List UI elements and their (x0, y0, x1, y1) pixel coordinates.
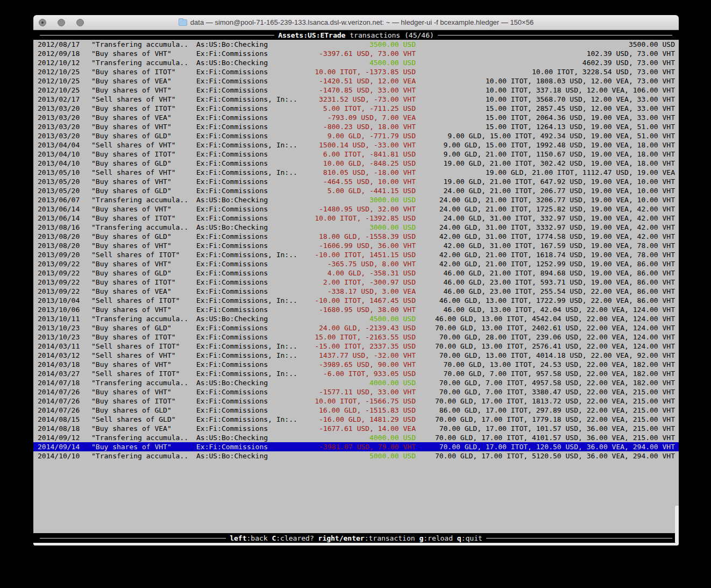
transaction-row[interactable]: 2013/03/20 "Buy shares of ITOT" Ex:Fi:Co… (33, 104, 679, 113)
running-balance: 15.00 ITOT, 2857.45 USD, 12.00 VEA, 33.0… (416, 104, 675, 113)
transaction-row[interactable]: 2013/10/23 "Buy shares of ITOT" Ex:Fi:Co… (33, 332, 679, 342)
transaction-row[interactable]: 2013/10/11 "Transfering accumula.. As:US… (33, 314, 679, 323)
transaction-row[interactable]: 2012/08/17 "Transfering accumula.. As:US… (33, 40, 679, 49)
transaction-description: "Transfering accumula.. (91, 195, 196, 204)
transaction-other-account: Ex:Fi:Commissions (196, 232, 309, 241)
transaction-row[interactable]: 2014/03/27 "Sell shares of ITOT" Ex:Fi:C… (33, 369, 679, 378)
running-balance: 9.00 GLD, 21.00 ITOT, 1150.67 USD, 19.00… (416, 150, 675, 159)
running-balance: 70.00 GLD, 28.00 ITOT, 239.06 USD, 22.00… (416, 332, 675, 342)
transaction-date: 2014/09/14 (38, 442, 91, 451)
transaction-row[interactable]: 2013/04/04 "Sell shares of VHT" Ex:Fi:Co… (33, 140, 679, 150)
transaction-other-account: Ex:Fi:Commissions (196, 186, 309, 195)
transaction-other-account: Ex:Fi:Commissions, In:.. (196, 296, 309, 305)
transaction-other-account: Ex:Fi:Commissions (196, 204, 309, 214)
transaction-row[interactable]: 2013/04/10 "Buy shares of ITOT" Ex:Fi:Co… (33, 150, 679, 159)
transaction-amount: -1420.51 USD, 12.00 VEA (309, 76, 416, 86)
current-account: Assets:US:ETrade (278, 31, 345, 40)
transaction-row[interactable]: 2013/03/20 "Buy shares of VHT" Ex:Fi:Com… (33, 122, 679, 131)
transaction-description: "Sell shares of ITOT" (91, 250, 196, 259)
transaction-row[interactable]: 2013/05/10 "Sell shares of VHT" Ex:Fi:Co… (33, 168, 679, 177)
transaction-amount: -338.17 USD, 3.00 VEA (309, 287, 416, 296)
transaction-date: 2013/10/23 (38, 332, 91, 342)
transaction-other-account: Ex:Fi:Commissions (196, 442, 309, 451)
transaction-row[interactable]: 2013/02/17 "Sell shares of VHT" Ex:Fi:Co… (33, 95, 679, 104)
transaction-row[interactable]: 2013/09/22 "Buy shares of ITOT" Ex:Fi:Co… (33, 278, 679, 287)
zoom-button[interactable] (76, 19, 84, 26)
transaction-amount: -15.00 ITOT, 2337.35 USD (309, 342, 416, 351)
transaction-row[interactable]: 2014/03/12 "Sell shares of VHT" Ex:Fi:Co… (33, 351, 679, 360)
running-balance: 70.00 GLD, 13.00 ITOT, 2576.41 USD, 22.0… (416, 342, 675, 351)
running-balance: 70.00 GLD, 17.00 ITOT, 5120.50 USD, 36.0… (416, 451, 675, 461)
transaction-row[interactable]: 2013/06/07 "Transfering accumula.. As:US… (33, 195, 679, 204)
running-balance: 70.00 GLD, 17.00 ITOT, 1813.72 USD, 22.0… (416, 396, 675, 406)
macos-titlebar[interactable]: data — simon@pool-71-165-239-133.lsanca.… (33, 15, 679, 30)
transaction-row[interactable]: 2013/09/20 "Sell shares of ITOT" Ex:Fi:C… (33, 250, 679, 259)
transaction-row[interactable]: 2014/03/18 "Buy shares of VHT" Ex:Fi:Com… (33, 360, 679, 369)
transaction-row[interactable]: 2014/07/18 "Transfering accumula.. As:US… (33, 378, 679, 387)
transaction-description: "Transfering accumula.. (91, 58, 196, 67)
transaction-row[interactable]: 2013/08/20 "Buy shares of GLD" Ex:Fi:Com… (33, 232, 679, 241)
transaction-date: 2013/06/07 (38, 195, 91, 204)
transaction-row[interactable]: 2013/04/10 "Buy shares of GLD" Ex:Fi:Com… (33, 159, 679, 168)
transaction-amount: 5.00 GLD, -441.15 USD (309, 186, 416, 195)
transaction-row[interactable]: 2013/10/23 "Buy shares of GLD" Ex:Fi:Com… (33, 323, 679, 332)
transaction-row[interactable]: 2013/05/20 "Buy shares of VHT" Ex:Fi:Com… (33, 177, 679, 186)
transaction-row[interactable]: 2013/10/06 "Buy shares of VHT" Ex:Fi:Com… (33, 305, 679, 314)
transaction-row[interactable]: 2013/03/20 "Buy shares of VEA" Ex:Fi:Com… (33, 113, 679, 122)
transaction-amount: -10.00 ITOT, 1467.45 USD (309, 296, 416, 305)
transaction-row[interactable]: 2014/07/26 "Buy shares of ITOT" Ex:Fi:Co… (33, 396, 679, 406)
transaction-row[interactable]: 2013/09/22 "Buy shares of GLD" Ex:Fi:Com… (33, 268, 679, 278)
transaction-row[interactable]: 2014/03/11 "Sell shares of ITOT" Ex:Fi:C… (33, 342, 679, 351)
transaction-row[interactable]: 2013/03/20 "Buy shares of GLD" Ex:Fi:Com… (33, 131, 679, 140)
transaction-date: 2013/10/06 (38, 305, 91, 314)
transaction-row[interactable]: 2014/09/14 "Buy shares of VHT" Ex:Fi:Com… (33, 442, 679, 451)
transaction-row[interactable]: 2013/08/20 "Buy shares of VHT" Ex:Fi:Com… (33, 241, 679, 250)
transaction-row[interactable]: 2014/10/10 "Transfering accumula.. As:US… (33, 451, 679, 461)
transaction-row[interactable]: 2013/06/14 "Buy shares of ITOT" Ex:Fi:Co… (33, 214, 679, 223)
transaction-description: "Sell shares of VHT" (91, 168, 196, 177)
transaction-other-account: As:US:Bo:Checking (196, 58, 309, 67)
transaction-amount: 3000.00 USD (309, 223, 416, 232)
running-balance: 70.00 GLD, 17.00 ITOT, 4101.57 USD, 36.0… (416, 433, 675, 442)
transaction-row[interactable]: 2014/09/12 "Transfering accumula.. As:US… (33, 433, 679, 442)
transaction-row[interactable]: 2013/08/16 "Transfering accumula.. As:US… (33, 223, 679, 232)
scrollbar-thumb[interactable] (675, 506, 679, 543)
transaction-other-account: Ex:Fi:Commissions (196, 131, 309, 140)
transaction-row[interactable]: 2012/09/18 "Buy shares of VHT" Ex:Fi:Com… (33, 49, 679, 58)
transaction-description: "Buy shares of VEA" (91, 113, 196, 122)
transaction-amount: -1606.99 USD, 36.00 VHT (309, 241, 416, 250)
transaction-row[interactable]: 2014/08/18 "Buy shares of VEA" Ex:Fi:Com… (33, 424, 679, 433)
transaction-row[interactable]: 2013/09/22 "Buy shares of VEA" Ex:Fi:Com… (33, 287, 679, 296)
transaction-other-account: Ex:Fi:Commissions, In:.. (196, 95, 309, 104)
transaction-date: 2014/03/18 (38, 360, 91, 369)
footer-rule-left (40, 538, 226, 539)
transaction-amount: -3981.07 USD, 79.00 VHT (309, 442, 416, 451)
transaction-other-account: Ex:Fi:Commissions (196, 49, 309, 58)
transaction-date: 2013/06/14 (38, 214, 91, 223)
transaction-description: "Sell shares of ITOT" (91, 369, 196, 378)
transaction-row[interactable]: 2014/07/26 "Buy shares of GLD" Ex:Fi:Com… (33, 406, 679, 415)
transaction-row[interactable]: 2013/09/22 "Buy shares of VHT" Ex:Fi:Com… (33, 259, 679, 268)
transaction-row[interactable]: 2012/10/25 "Buy shares of VEA" Ex:Fi:Com… (33, 76, 679, 86)
running-balance: 10.00 ITOT, 337.18 USD, 12.00 VEA, 106.0… (416, 86, 675, 95)
close-button[interactable] (39, 19, 46, 26)
running-balance: 24.00 GLD, 31.00 ITOT, 332.97 USD, 19.00… (416, 214, 675, 223)
transaction-description: "Transfering accumula.. (91, 451, 196, 461)
transaction-row[interactable]: 2013/05/20 "Buy shares of GLD" Ex:Fi:Com… (33, 186, 679, 195)
transaction-row[interactable]: 2014/07/26 "Buy shares of VHT" Ex:Fi:Com… (33, 387, 679, 396)
transaction-other-account: As:US:Bo:Checking (196, 314, 309, 323)
transaction-row[interactable]: 2014/08/15 "Sell shares of GLD" Ex:Fi:Co… (33, 415, 679, 424)
transaction-description: "Buy shares of VHT" (91, 204, 196, 214)
transaction-row[interactable]: 2013/10/04 "Sell shares of ITOT" Ex:Fi:C… (33, 296, 679, 305)
transaction-amount: -1677.61 USD, 14.00 VEA (309, 424, 416, 433)
minimize-button[interactable] (58, 19, 65, 26)
transaction-other-account: Ex:Fi:Commissions (196, 86, 309, 95)
transaction-date: 2012/10/12 (38, 58, 91, 67)
transaction-date: 2014/07/26 (38, 387, 91, 396)
transaction-row[interactable]: 2013/06/14 "Buy shares of VHT" Ex:Fi:Com… (33, 204, 679, 214)
transaction-row[interactable]: 2012/10/25 "Buy shares of ITOT" Ex:Fi:Co… (33, 67, 679, 76)
transaction-row[interactable]: 2012/10/12 "Transfering accumula.. As:US… (33, 58, 679, 67)
transaction-row[interactable]: 2012/10/25 "Buy shares of VHT" Ex:Fi:Com… (33, 86, 679, 95)
transaction-description: "Buy shares of ITOT" (91, 278, 196, 287)
transaction-amount: -1480.95 USD, 32.00 VHT (309, 204, 416, 214)
